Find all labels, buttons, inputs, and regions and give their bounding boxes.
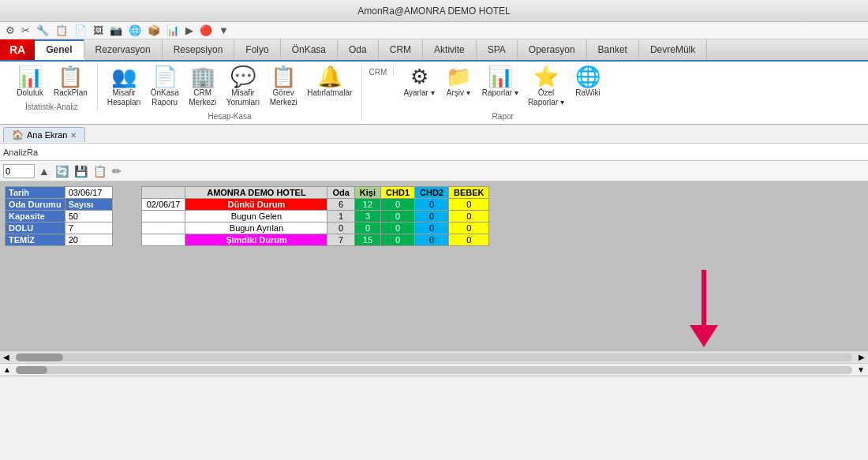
scroll-right-button[interactable]: ▶ [855, 353, 868, 361]
sub-toolbar: ▲ 🔄 💾 📋 ✏ [0, 161, 868, 181]
save-button[interactable]: 💾 [73, 165, 89, 178]
icon-play[interactable]: ▶ [183, 24, 196, 37]
oda-durumu-label: Oda Durumu [6, 199, 65, 211]
icon-camera[interactable]: 📷 [107, 24, 125, 37]
toolbar-icons-row: ⚙ ✂ 🔧 📋 📄 🖼 📷 🌐 📦 📊 ▶ 🔴 ▼ [0, 22, 868, 39]
misafir-yorumlari-icon: 💬 [230, 66, 256, 87]
gorev-merkezi-button[interactable]: 📋 GörevMerkezi [266, 65, 301, 109]
crm-merkezi-button[interactable]: 🏢 CRMMerkezi [185, 65, 220, 109]
arsiv-icon: 📁 [446, 66, 471, 87]
tab-oda[interactable]: Oda [338, 39, 379, 60]
table-row: DOLU 7 [6, 223, 113, 234]
icon-tool[interactable]: 🔧 [34, 24, 51, 37]
table-row: 02/06/17 Dünkü Durum 6 12 0 0 0 [141, 199, 489, 211]
vscroll-track[interactable] [16, 366, 852, 374]
rackplan-label: RackPlan [54, 88, 88, 98]
ozel-raporlar-label: ÖzelRaporlar ▾ [528, 88, 564, 107]
ayrilan-chd1: 0 [381, 223, 415, 234]
gelen-bebek: 0 [448, 211, 489, 223]
temiz-label: TEMİZ [6, 234, 65, 246]
vscroll-up[interactable]: ▲ [0, 365, 14, 374]
arsiv-label: Arşiv ▾ [447, 88, 470, 98]
date-cell-4 [141, 234, 185, 246]
gelen-kisi: 3 [354, 211, 380, 223]
edit-button[interactable]: ✏ [110, 165, 123, 178]
copy-button[interactable]: 📋 [92, 165, 108, 178]
table-row: Oda Durumu Sayısı [6, 199, 113, 211]
table-row: Bugun Gelen 1 3 0 0 0 [141, 211, 489, 223]
ozel-raporlar-icon: ⭐ [533, 66, 559, 87]
raporlar-label: Raporlar ▾ [482, 88, 518, 98]
vscroll-down[interactable]: ▼ [854, 365, 868, 374]
tab-aktivite[interactable]: Aktivite [423, 39, 477, 60]
main-area: Tarih 03/06/17 Oda Durumu Sayısı Kapasit… [0, 181, 868, 363]
icon-cut[interactable]: ✂ [19, 24, 32, 37]
rapor-buttons: ⚙ Ayarlar ▾ 📁 Arşiv ▾ 📊 Raporlar ▾ ⭐ Öze… [400, 65, 605, 109]
view-label: AnalizRa [3, 148, 38, 157]
home-icon: 🏠 [12, 129, 24, 140]
tab-rezervasyon[interactable]: Rezervasyon [84, 39, 163, 60]
icon-red-dot[interactable]: 🔴 [197, 24, 215, 37]
scroll-left-button[interactable]: ◀ [0, 353, 13, 361]
raporlar-button[interactable]: 📊 Raporlar ▾ [479, 65, 522, 99]
icon-image[interactable]: 🖼 [91, 24, 106, 37]
dunku-kisi: 12 [354, 199, 380, 211]
horizontal-scrollbar[interactable]: ◀ ▶ [0, 350, 868, 363]
tab-devremulk[interactable]: DevreMülk [639, 39, 707, 60]
ayrilan-kisi: 0 [354, 223, 380, 234]
ayarlar-button[interactable]: ⚙ Ayarlar ▾ [400, 65, 437, 99]
hesapkasa-buttons: 👥 MisafirHesapları 📄 ÖnKasaRaporu 🏢 CRMM… [104, 65, 356, 109]
spinup-button[interactable]: ▲ [37, 165, 51, 178]
hatirlatmalar-button[interactable]: 🔔 Hatırlatmalar [304, 65, 355, 99]
table-row: TEMİZ 20 [6, 234, 113, 246]
gorev-merkezi-icon: 📋 [271, 66, 296, 87]
tab-crm[interactable]: CRM [379, 39, 423, 60]
refresh-button[interactable]: 🔄 [54, 165, 70, 178]
oda-header: Oda [327, 187, 354, 199]
icon-globe[interactable]: 🌐 [126, 24, 144, 37]
simdi-oda: 7 [327, 234, 354, 246]
icon-copy[interactable]: 📋 [53, 24, 70, 37]
left-info-table: Tarih 03/06/17 Oda Durumu Sayısı Kapasit… [5, 186, 113, 246]
dunku-bebek: 0 [448, 199, 489, 211]
dunku-chd2: 0 [415, 199, 449, 211]
icon-graph[interactable]: 📊 [164, 24, 181, 37]
rawiki-button[interactable]: 🌐 RaWiki [571, 65, 605, 99]
close-icon[interactable]: ✕ [70, 131, 77, 140]
tables-row: Tarih 03/06/17 Oda Durumu Sayısı Kapasit… [5, 186, 863, 246]
scroll-thumb[interactable] [16, 353, 63, 361]
rackplan-button[interactable]: 📋 RackPlan [51, 65, 91, 99]
tab-resepsiyon[interactable]: Resepsiyon [163, 39, 235, 60]
tab-banket[interactable]: Banket [587, 39, 639, 60]
ayrilan-bebek: 0 [448, 223, 489, 234]
icon-page[interactable]: 📄 [72, 24, 89, 37]
tab-onkasa[interactable]: ÖnKasa [281, 39, 338, 60]
doluluk-button[interactable]: 📊 Doluluk [13, 65, 47, 99]
icon-dropdown[interactable]: ▼ [216, 24, 231, 37]
doc-tab-label: Ana Ekran [27, 130, 67, 140]
misafir-yorumlari-button[interactable]: 💬 MisafirYorumları [223, 65, 263, 109]
icon-box[interactable]: 📦 [145, 24, 163, 37]
scroll-track[interactable] [16, 353, 852, 361]
tab-operasyon[interactable]: Operasyon [518, 39, 587, 60]
vscroll-thumb[interactable] [16, 366, 47, 374]
table-row: Tarih 03/06/17 [6, 187, 113, 199]
tab-folyo[interactable]: Folyo [234, 39, 280, 60]
tab-genel[interactable]: Genel [35, 39, 84, 60]
ra-button[interactable]: RA [0, 39, 35, 60]
temiz-value: 20 [65, 234, 112, 246]
ozel-raporlar-button[interactable]: ⭐ ÖzelRaporlar ▾ [525, 65, 567, 109]
chd2-header: CHD2 [415, 187, 449, 199]
icon-settings[interactable]: ⚙ [3, 24, 17, 37]
tab-spa[interactable]: SPA [477, 39, 518, 60]
simdi-bebek: 0 [448, 234, 489, 246]
doc-tab-ana-ekran[interactable]: 🏠 Ana Ekran ✕ [3, 127, 85, 142]
onkasa-raporu-button[interactable]: 📄 ÖnKasaRaporu [148, 65, 182, 109]
kisi-header: Kişi [354, 187, 380, 199]
crm-group-label: CRM [369, 68, 387, 77]
misafir-hesaplari-label: MisafirHesapları [107, 88, 141, 107]
misafir-hesaplari-button[interactable]: 👥 MisafirHesapları [104, 65, 144, 109]
arsiv-button[interactable]: 📁 Arşiv ▾ [441, 65, 476, 99]
gelen-chd2: 0 [415, 211, 449, 223]
value-input[interactable] [3, 164, 35, 178]
